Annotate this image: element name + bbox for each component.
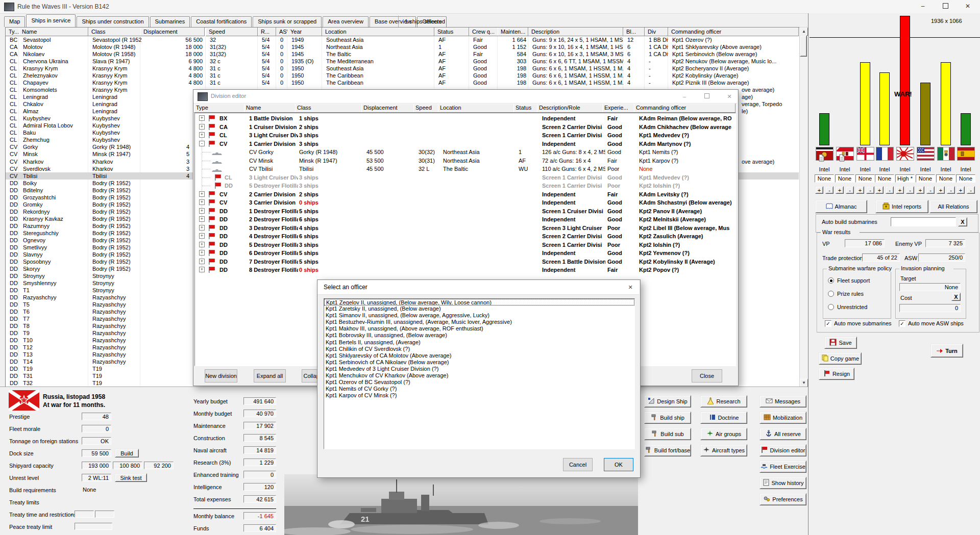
column-header-experie[interactable]: Experie... — [602, 104, 634, 113]
officer-list-item[interactable]: Kpt1 Serbinovich of CA Nikolaev (Below a… — [324, 359, 634, 366]
division-row[interactable]: CL3 Light Cruiser Divisi3 shipsScreen 1 … — [195, 173, 734, 182]
column-header-speed[interactable]: Speed — [206, 28, 258, 36]
column-header-name[interactable]: Name — [244, 104, 296, 113]
division-row[interactable]: +DD7 Destroyer Flotilla5 shipsScreen 1 B… — [195, 258, 734, 266]
division-editor-button[interactable]: Division editor — [760, 444, 806, 456]
relation-minus-button[interactable]: - — [825, 186, 834, 194]
table-scrollbar[interactable]: ▲ ▼ — [799, 27, 808, 388]
expand-icon[interactable]: + — [199, 267, 205, 272]
collapse-icon[interactable]: - — [199, 141, 205, 146]
tab-submarines[interactable]: Submarines — [150, 16, 190, 27]
checkbox-auto-move-submarines[interactable]: ✓ — [825, 320, 831, 327]
mobilization-button[interactable]: Mobilization — [760, 412, 806, 424]
officer-list-item[interactable]: Kpt1 Menchukov of CV Kharkov (Above aver… — [324, 372, 634, 379]
clear-invasion-target-button[interactable]: X — [951, 293, 961, 301]
officer-list-item[interactable]: Kpt1 Simanov II, unassigned, (Below aver… — [324, 312, 634, 319]
close-button[interactable]: Close — [692, 369, 722, 383]
column-header-asw[interactable]: ASW — [276, 28, 288, 36]
relation-minus-button[interactable]: - — [866, 186, 874, 194]
flag-icon-united-kingdom[interactable] — [856, 147, 874, 161]
expand-icon[interactable]: + — [199, 208, 205, 214]
division-row[interactable]: +DD2 Destroyer Flotilla6 shipsIndependen… — [195, 215, 734, 223]
expand-icon[interactable]: + — [199, 259, 205, 264]
build-sub-button[interactable]: Build sub — [644, 428, 691, 440]
relation-minus-button[interactable]: - — [947, 186, 955, 194]
preferences-button[interactable]: Preferences — [760, 493, 806, 505]
design-ship-button[interactable]: Design Ship — [644, 395, 691, 407]
show-history-button[interactable]: Show history — [760, 477, 806, 489]
division-row[interactable]: +CV2 Carrier Division2 shipsIndependentF… — [195, 190, 734, 198]
expand-icon[interactable]: + — [199, 132, 205, 138]
division-row[interactable]: CV MinskMinsk (R 1947)53 50030(31)Northe… — [195, 157, 734, 165]
relation-plus-button[interactable]: + — [836, 186, 844, 194]
column-header-speed[interactable]: Speed — [413, 104, 438, 113]
officer-list-item[interactable]: Kpt1 Ozerov of BC Sevastopol (?) — [324, 379, 634, 386]
close-icon[interactable]: ✕ — [722, 90, 737, 103]
report-doc-icon[interactable] — [819, 154, 824, 162]
tab-map[interactable]: Map — [4, 16, 25, 27]
column-header-bl[interactable]: Bl... — [623, 28, 645, 36]
table-row[interactable]: CAMolotovMolotov (R 1948)18 00031(32)5/4… — [6, 43, 799, 50]
checkbox-auto-move-asw-ships[interactable]: ✓ — [899, 320, 905, 327]
relation-minus-button[interactable]: - — [926, 186, 935, 194]
expand-icon[interactable]: + — [199, 233, 205, 239]
build-ship-button[interactable]: Build ship — [644, 412, 691, 424]
column-header-displacement[interactable]: Displacement — [361, 104, 414, 113]
division-row[interactable]: CV GorkyGorky (R 1948)45 50030(32)Northe… — [195, 148, 734, 156]
officer-list-item[interactable]: Kpt1 Chilikin of CV Sverdlovsk (?) — [324, 346, 634, 352]
intel-level-united-kingdom[interactable]: None — [855, 174, 875, 183]
new-division-button[interactable]: New division — [205, 369, 237, 383]
flag-icon-spain[interactable] — [957, 147, 975, 161]
column-header-mainten[interactable]: Mainten... — [498, 28, 528, 36]
intel-level-united-states[interactable]: None — [916, 174, 935, 183]
division-row[interactable]: +CL3 Light Cruiser Divisi3 shipsScreen 1… — [195, 131, 734, 139]
all-reserve-button[interactable]: All reserve — [760, 428, 806, 440]
column-header-location[interactable]: Location — [438, 104, 514, 113]
build-fort-base-button[interactable]: Build fort/base — [644, 444, 691, 456]
division-editor-titlebar[interactable]: Division editor–✕ — [193, 90, 737, 104]
column-header-name[interactable]: Name — [19, 28, 88, 36]
officer-list-item[interactable]: Kpt1 Karpov of CV Minsk (?) — [324, 392, 634, 399]
intel-level-italy[interactable]: None — [936, 174, 955, 183]
ok-button[interactable]: OK — [604, 458, 633, 471]
flag-icon-italy[interactable] — [937, 147, 955, 161]
officer-list-item[interactable]: Kpt1 Medvedev of 3 Light Cruiser Divisio… — [324, 366, 634, 372]
flag-icon-japan[interactable] — [896, 147, 914, 161]
officer-list[interactable]: Kpt1 Zegelov II, unassigned, (Below aver… — [324, 298, 635, 449]
officer-list-item[interactable]: Kpt1 Shklyarevsky of CA Molotov (Above a… — [324, 352, 634, 359]
officer-list-item[interactable]: Kpt1 Bertels II, unassigned, (Average) — [324, 339, 634, 346]
column-header-displacement[interactable]: Displacement — [140, 28, 205, 36]
relation-minus-button[interactable]: - — [967, 186, 975, 194]
relation-minus-button[interactable]: - — [906, 186, 914, 194]
expand-icon[interactable]: + — [199, 115, 205, 121]
all-relations-button[interactable]: All Relations — [929, 200, 977, 213]
intel-level-spain[interactable]: None — [956, 174, 975, 183]
minimize-icon[interactable]: – — [912, 0, 934, 13]
expand-icon[interactable]: + — [199, 250, 205, 256]
table-row[interactable]: CANikolaevMolotov (R 1958)18 00031(32)5/… — [6, 50, 799, 58]
scroll-down-icon[interactable]: ▼ — [800, 379, 808, 387]
scroll-up-icon[interactable]: ▲ — [800, 28, 808, 36]
flag-icon-france[interactable] — [876, 147, 894, 161]
table-row[interactable]: CLChervona UkrainaSlava (R 1947)6 90032 … — [6, 58, 799, 65]
close-icon[interactable]: ✕ — [957, 0, 979, 13]
division-row[interactable]: +DD3 Destroyer Flotilla4 shipsScreen 3 L… — [195, 224, 734, 232]
expand-icon[interactable]: + — [199, 225, 205, 231]
relation-minus-button[interactable]: - — [886, 186, 894, 194]
tab-ships-under-construction[interactable]: Ships under construction — [77, 16, 149, 27]
aircraft-types-button[interactable]: Aircraft types — [700, 444, 747, 456]
division-row[interactable]: +CA1 Cruiser Division2 shipsScreen 2 Car… — [195, 123, 734, 131]
column-header-commanding-officer[interactable]: Commanding officer — [634, 104, 736, 113]
intel-level-japan[interactable]: High * — [895, 174, 915, 183]
division-row[interactable]: +DD6 Destroyer Flotilla5 shipsIndependen… — [195, 249, 734, 257]
intel-reports-button[interactable]: Intel reports — [875, 200, 928, 213]
report-doc-icon[interactable] — [839, 154, 845, 162]
division-row[interactable]: -CV1 Carrier Division3 shipsIndependentG… — [195, 140, 734, 148]
column-header-description[interactable]: Description — [528, 28, 623, 36]
column-header-class[interactable]: Class — [88, 28, 141, 36]
expand-icon[interactable]: + — [199, 199, 205, 205]
column-header-location[interactable]: Location — [322, 28, 434, 36]
tab-area-overview[interactable]: Area overview — [323, 16, 369, 27]
division-row[interactable]: DD5 Destroyer Flotilla3 shipsScreen 1 Ca… — [195, 182, 734, 190]
save-button[interactable]: Save — [824, 337, 857, 349]
